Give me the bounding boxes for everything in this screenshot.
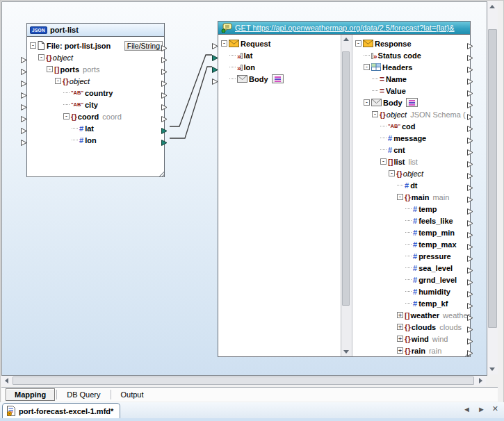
- canvas-horizontal-scrollbar[interactable]: [1, 376, 486, 386]
- output-connector[interactable]: [161, 65, 168, 72]
- expand-toggle-icon[interactable]: +: [397, 347, 403, 354]
- tree-row-response[interactable]: -Response: [352, 38, 470, 49]
- output-connector[interactable]: [467, 323, 473, 329]
- tree-row-rain[interactable]: +{ }rainrain: [352, 345, 470, 356]
- tree-row-dt[interactable]: #dt: [352, 179, 470, 191]
- expand-toggle-icon[interactable]: -: [364, 64, 370, 70]
- expand-toggle-icon[interactable]: -: [55, 78, 61, 84]
- expand-toggle-icon[interactable]: +: [397, 324, 403, 330]
- input-connector[interactable]: [21, 113, 27, 119]
- output-connector[interactable]: [467, 288, 473, 294]
- tree-row-status-code[interactable]: »Status code: [352, 49, 470, 61]
- tab-db-query[interactable]: DB Query: [58, 389, 108, 400]
- tree-row-body[interactable]: Body: [218, 73, 341, 85]
- expand-toggle-icon[interactable]: -: [221, 40, 227, 47]
- output-connector[interactable]: [161, 89, 168, 95]
- output-connector[interactable]: [467, 193, 473, 199]
- output-connector[interactable]: [467, 40, 473, 46]
- output-connector[interactable]: [161, 42, 168, 48]
- tree-row-object[interactable]: -{ }object: [27, 75, 164, 87]
- output-connector[interactable]: [161, 113, 168, 119]
- tree-row-object[interactable]: -{ }object: [27, 51, 164, 63]
- input-connector[interactable]: [21, 89, 27, 95]
- input-connector[interactable]: [21, 124, 27, 131]
- output-connector[interactable]: [161, 101, 168, 107]
- expand-toggle-icon[interactable]: -: [364, 99, 370, 106]
- expand-toggle-icon[interactable]: -: [372, 111, 378, 117]
- expand-toggle-icon[interactable]: +: [397, 336, 403, 342]
- output-connector[interactable]: [467, 75, 473, 81]
- response-scrollbar[interactable]: [341, 35, 352, 356]
- json-source-component[interactable]: JSON port-list -File: port-list.jsonFile…: [26, 23, 165, 177]
- tree-row-temp-kf[interactable]: #temp_kf: [352, 297, 470, 309]
- source-component-header[interactable]: JSON port-list: [27, 24, 164, 37]
- output-connector[interactable]: [467, 87, 473, 93]
- output-connector[interactable]: [467, 347, 473, 353]
- expand-toggle-icon[interactable]: -: [389, 170, 395, 176]
- tree-row-temp-min[interactable]: #temp_min: [352, 226, 470, 238]
- output-connector[interactable]: [467, 110, 473, 117]
- tree-row-lat[interactable]: »lat: [218, 49, 341, 61]
- output-connector[interactable]: [467, 229, 473, 235]
- tree-row-wind[interactable]: +{ }windwind: [352, 333, 470, 345]
- output-connector[interactable]: [467, 311, 473, 317]
- tree-row-cnt[interactable]: #cnt: [352, 144, 470, 156]
- tree-row-value[interactable]: =Value: [352, 85, 470, 97]
- output-connector[interactable]: [161, 53, 168, 60]
- scroll-up-icon[interactable]: [343, 38, 349, 41]
- scroll-right-icon[interactable]: [479, 378, 482, 383]
- tree-row-grnd-level[interactable]: #grnd_level: [352, 274, 470, 286]
- input-connector[interactable]: [21, 65, 27, 72]
- web-service-url[interactable]: GET https://api.openweathermap.org/data/…: [235, 24, 455, 32]
- output-connector[interactable]: [467, 299, 473, 306]
- tree-row-object[interactable]: -{ }objectJSON Schema (: [352, 108, 470, 120]
- tree-row-weather[interactable]: +[ ]weatherweather: [352, 309, 470, 321]
- body-structure-button[interactable]: [272, 74, 284, 83]
- tree-row-coord[interactable]: -{ }coordcoord: [27, 110, 164, 122]
- output-connector[interactable]: [467, 276, 473, 282]
- input-connector[interactable]: [21, 77, 27, 83]
- scrollbar-thumb[interactable]: [13, 377, 474, 385]
- input-connector[interactable]: [212, 75, 218, 81]
- output-connector[interactable]: [467, 170, 473, 176]
- scroll-up-icon[interactable]: [489, 5, 495, 8]
- next-document-button[interactable]: ►: [478, 405, 485, 413]
- prev-document-button[interactable]: ◄: [463, 405, 471, 413]
- expand-toggle-icon[interactable]: -: [355, 40, 361, 47]
- output-connector[interactable]: [467, 63, 473, 69]
- scroll-down-icon[interactable]: [489, 368, 495, 371]
- expand-toggle-icon[interactable]: +: [397, 312, 403, 318]
- close-document-button[interactable]: ✕: [492, 404, 498, 413]
- tree-row-temp[interactable]: #temp: [352, 203, 470, 215]
- output-connector[interactable]: [467, 217, 473, 223]
- scroll-left-icon[interactable]: [5, 378, 8, 383]
- tree-row-object[interactable]: -{ }object: [352, 167, 470, 179]
- expand-toggle-icon[interactable]: -: [397, 194, 403, 200]
- document-tab[interactable]: port-forecast-excel-1.mfd*: [2, 403, 120, 418]
- output-connector[interactable]: [467, 252, 473, 258]
- output-connector[interactable]: [467, 335, 473, 341]
- tree-row-body[interactable]: -Body: [352, 97, 470, 108]
- tree-row-pressure[interactable]: #pressure: [352, 250, 470, 262]
- output-connector-connected[interactable]: [161, 136, 168, 142]
- output-connector-connected[interactable]: [161, 124, 168, 131]
- expand-toggle-icon[interactable]: -: [63, 113, 70, 119]
- tree-row-humidity[interactable]: #humidity: [352, 286, 470, 297]
- tree-row-temp-max[interactable]: #temp_max: [352, 238, 470, 250]
- output-connector[interactable]: [467, 205, 473, 211]
- tree-row-main[interactable]: -{ }mainmain: [352, 191, 470, 203]
- tree-row-country[interactable]: "AB"country: [27, 87, 164, 99]
- input-connector-connected[interactable]: [212, 51, 218, 58]
- expand-toggle-icon[interactable]: -: [30, 42, 36, 49]
- output-connector[interactable]: [467, 146, 473, 152]
- tree-row-headers[interactable]: -Headers: [352, 61, 470, 73]
- input-connector[interactable]: [21, 53, 27, 60]
- tree-row-ports[interactable]: -[ ]portsports: [27, 63, 164, 75]
- input-connector-connected[interactable]: [212, 63, 218, 69]
- web-service-component[interactable]: GET https://api.openweathermap.org/data/…: [218, 21, 471, 357]
- scrollbar-thumb[interactable]: [488, 29, 497, 328]
- body-structure-button[interactable]: [406, 98, 418, 107]
- scroll-down-icon[interactable]: [343, 350, 349, 354]
- expand-toggle-icon[interactable]: -: [380, 158, 387, 165]
- output-connector[interactable]: [467, 158, 473, 164]
